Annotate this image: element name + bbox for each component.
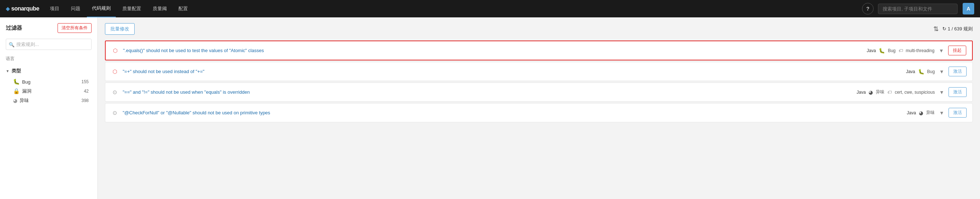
rule-type-label: 异味 — [876, 89, 885, 95]
rule-meta: Java ◕ 异味 🏷 cert, cwe, suspicious ▼ 激活 — [857, 87, 967, 97]
logo: ◆ sonarqube — [6, 5, 39, 12]
rule-meta: Java 🐛 Bug ▼ 激活 — [906, 67, 967, 76]
type-filter-header[interactable]: ▼ 类型 — [6, 68, 92, 74]
help-button[interactable]: ? — [862, 3, 873, 14]
sidebar-title: 过滤器 — [6, 25, 22, 32]
filter-item-bug[interactable]: 🐛 Bug 155 — [6, 77, 92, 86]
nav-item-config[interactable]: 配置 — [173, 0, 193, 18]
rule-title[interactable]: ".equals()" should not be used to test t… — [123, 48, 862, 53]
language-filter-section: 语言 — [6, 56, 92, 62]
clear-all-filters-button[interactable]: 清空所有条件 — [57, 23, 92, 33]
filter-vuln-count: 42 — [84, 89, 89, 94]
table-row: ⊙ "@CheckForNull" or "@Nullable" should … — [105, 103, 973, 122]
smell-icon: ◕ — [13, 98, 18, 103]
smell-type-icon: ⊙ — [113, 110, 117, 116]
rule-title[interactable]: "=+" should not be used instead of "+=" — [123, 69, 902, 74]
rule-severity-icon: ⬡ — [111, 47, 119, 54]
rule-type-label: Bug — [927, 69, 935, 74]
tag-icon: 🏷 — [887, 90, 892, 95]
filter-dropdown-button[interactable]: ▼ — [938, 89, 946, 96]
bug-icon: 🐛 — [13, 78, 20, 85]
table-row: ⊙ "==" and "!=" should not be used when … — [105, 83, 973, 102]
type-filter-label: 类型 — [11, 68, 21, 74]
global-search-input[interactable] — [878, 4, 958, 14]
rule-title[interactable]: "==" and "!=" should not be used when "e… — [123, 89, 852, 95]
rule-title[interactable]: "@CheckForNull" or "@Nullable" should no… — [123, 110, 902, 115]
tag-icon: 🏷 — [899, 48, 903, 53]
suspend-button[interactable]: 挂起 — [948, 46, 966, 55]
sort-icon[interactable]: ⇅ — [933, 25, 939, 33]
activate-button[interactable]: 激活 — [948, 108, 967, 118]
filter-bug-label: Bug — [22, 79, 30, 85]
rule-lang: Java — [906, 69, 915, 74]
content-area: 批量修改 ⇅ ↻ 1 / 639 规则 ⬡ ".equals()" should… — [98, 18, 980, 199]
batch-edit-button[interactable]: 批量修改 — [105, 23, 135, 35]
vuln-icon: 🔒 — [13, 88, 20, 94]
nav-item-projects[interactable]: 项目 — [45, 0, 64, 18]
activate-button[interactable]: 激活 — [948, 87, 967, 97]
rule-list: ⬡ ".equals()" should not be used to test… — [105, 41, 973, 124]
rule-lang: Java — [857, 90, 865, 95]
rule-search-wrap: 🔍 — [6, 39, 92, 50]
rule-lang: Java — [867, 48, 876, 53]
filter-vuln-label: 漏洞 — [22, 88, 32, 94]
search-icon: 🔍 — [9, 41, 14, 47]
main-layout: 过滤器 清空所有条件 🔍 语言 ▼ 类型 🐛 Bug 155 — [0, 18, 980, 199]
language-label: 语言 — [6, 56, 92, 62]
nav-item-quality-profiles[interactable]: 质量配置 — [117, 0, 146, 18]
user-avatar[interactable]: A — [963, 3, 974, 14]
rule-type-label: Bug — [888, 48, 895, 53]
bug-type-icon: ⬡ — [113, 48, 118, 54]
rule-bug-icon: 🐛 — [918, 69, 924, 75]
filter-dropdown-button[interactable]: ▼ — [938, 68, 946, 75]
filter-dropdown-button[interactable]: ▼ — [937, 47, 945, 54]
rule-lang: Java — [907, 110, 916, 115]
type-filter-section: ▼ 类型 🐛 Bug 155 🔒 漏洞 42 ◕ 异味 — [6, 68, 92, 105]
rule-tags: multi-threading — [906, 48, 934, 53]
table-row: ⬡ ".equals()" should not be used to test… — [105, 41, 973, 60]
rule-smell-icon: ◕ — [919, 110, 923, 116]
sidebar: 过滤器 清空所有条件 🔍 语言 ▼ 类型 🐛 Bug 155 — [0, 18, 98, 199]
filter-item-vuln[interactable]: 🔒 漏洞 42 — [6, 86, 92, 96]
rule-tags: cert, cwe, suspicious — [895, 90, 935, 95]
chevron-down-icon: ▼ — [6, 69, 10, 73]
nav-item-rules[interactable]: 代码规则 — [87, 0, 116, 18]
filter-dropdown-button[interactable]: ▼ — [938, 109, 946, 116]
nav-item-quality-gates[interactable]: 质量阈 — [148, 0, 172, 18]
rule-smell-icon: ◕ — [869, 89, 873, 95]
top-navigation: ◆ sonarqube 项目 问题 代码规则 质量配置 质量阈 配置 ? A — [0, 0, 980, 18]
bug-type-icon: ⬡ — [113, 68, 117, 75]
filter-bug-count: 155 — [81, 79, 89, 84]
filter-item-smell[interactable]: ◕ 异味 398 — [6, 96, 92, 105]
rule-severity-icon: ⊙ — [111, 109, 118, 116]
pagination-info: ↻ 1 / 639 规则 — [942, 26, 973, 32]
content-toolbar: 批量修改 ⇅ ↻ 1 / 639 规则 — [105, 23, 973, 35]
filter-smell-count: 398 — [81, 98, 89, 103]
rule-search-input[interactable] — [6, 39, 92, 50]
toolbar-right: ⇅ ↻ 1 / 639 规则 — [933, 25, 973, 33]
rule-meta: Java 🐛 Bug 🏷 multi-threading ▼ 挂起 — [867, 46, 966, 55]
nav-item-issues[interactable]: 问题 — [66, 0, 85, 18]
filter-smell-label: 异味 — [19, 97, 29, 104]
rule-bug-icon: 🐛 — [879, 48, 885, 54]
smell-type-icon: ⊙ — [113, 89, 117, 96]
rule-severity-icon: ⬡ — [111, 68, 118, 75]
rule-severity-icon: ⊙ — [111, 89, 118, 96]
table-row: ⬡ "=+" should not be used instead of "+=… — [105, 62, 973, 81]
rule-meta: Java ◕ 异味 ▼ 激活 — [907, 108, 967, 118]
sidebar-header: 过滤器 清空所有条件 — [6, 23, 92, 33]
activate-button[interactable]: 激活 — [948, 67, 967, 76]
rule-type-label: 异味 — [926, 110, 935, 116]
